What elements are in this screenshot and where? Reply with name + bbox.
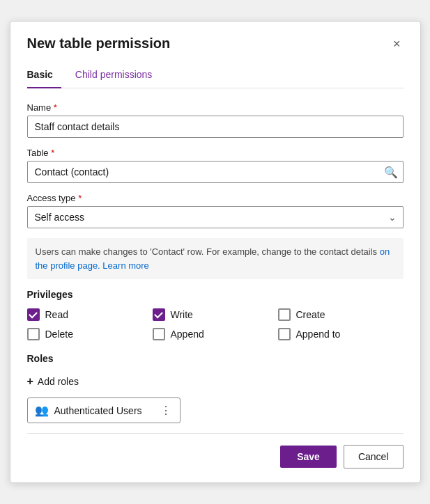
privilege-create: Create (278, 308, 404, 321)
search-icon: 🔍 (384, 166, 398, 178)
dialog-header: New table permission × (27, 36, 404, 52)
dialog-title: New table permission (27, 36, 171, 52)
privileges-section: Privileges Read Write Create Delete Appe… (27, 289, 404, 340)
append-to-checkbox[interactable] (278, 328, 291, 340)
read-label: Read (45, 309, 68, 320)
create-label: Create (296, 309, 325, 320)
plus-icon: + (27, 375, 33, 388)
create-checkbox[interactable] (278, 308, 291, 321)
role-chip-label: Authenticated Users (54, 405, 142, 416)
append-checkbox[interactable] (153, 328, 165, 340)
table-search-button[interactable]: 🔍 (384, 166, 398, 179)
tab-child-permissions[interactable]: Child permissions (75, 63, 160, 88)
close-button[interactable]: × (390, 36, 404, 52)
roles-section: Roles + Add roles 👥 Authenticated Users … (27, 353, 404, 423)
role-chip-left: 👥 Authenticated Users (35, 404, 142, 417)
save-button[interactable]: Save (280, 446, 337, 468)
privilege-delete: Delete (27, 328, 153, 340)
write-checkbox[interactable] (153, 308, 165, 321)
access-type-select[interactable]: Self access Global Deep Local Basic (Use… (27, 206, 404, 228)
append-to-label: Append to (296, 329, 341, 340)
delete-label: Delete (45, 329, 73, 340)
add-roles-button[interactable]: + Add roles (27, 372, 79, 391)
add-roles-label: Add roles (38, 376, 79, 387)
tab-basic[interactable]: Basic (27, 63, 61, 88)
new-table-permission-dialog: New table permission × Basic Child permi… (10, 21, 421, 483)
cancel-button[interactable]: Cancel (344, 445, 404, 468)
access-type-label: Access type * (27, 193, 404, 203)
info-box: Users can make changes to 'Contact' row.… (27, 238, 404, 279)
write-label: Write (171, 309, 193, 320)
name-input[interactable] (27, 116, 404, 138)
dialog-footer: Save Cancel (27, 433, 404, 468)
privileges-grid: Read Write Create Delete Append Append t (27, 308, 404, 340)
privilege-read: Read (27, 308, 153, 321)
user-group-icon: 👥 (35, 404, 49, 417)
privilege-write: Write (153, 308, 278, 321)
role-chip-authenticated-users: 👥 Authenticated Users ⋮ (27, 397, 181, 423)
table-input-wrapper: 🔍 (27, 161, 404, 183)
learn-more-link[interactable]: Learn more (102, 260, 148, 271)
info-text: Users can make changes to 'Contact' row.… (36, 246, 380, 257)
table-label: Table * (27, 148, 404, 158)
name-label: Name * (27, 102, 404, 113)
read-checkbox[interactable] (27, 308, 40, 321)
privilege-append-to: Append to (278, 328, 404, 340)
table-input[interactable] (27, 161, 404, 183)
append-label: Append (171, 329, 204, 340)
roles-label: Roles (27, 353, 404, 364)
name-field-group: Name * (27, 102, 404, 138)
tabs-bar: Basic Child permissions (27, 63, 404, 88)
privileges-label: Privileges (27, 289, 404, 300)
privilege-append: Append (153, 328, 278, 340)
access-type-field-group: Access type * Self access Global Deep Lo… (27, 193, 404, 228)
delete-checkbox[interactable] (27, 328, 40, 340)
table-field-group: Table * 🔍 (27, 148, 404, 183)
access-type-select-wrapper: Self access Global Deep Local Basic (Use… (27, 206, 404, 228)
role-menu-button[interactable]: ⋮ (159, 404, 173, 417)
